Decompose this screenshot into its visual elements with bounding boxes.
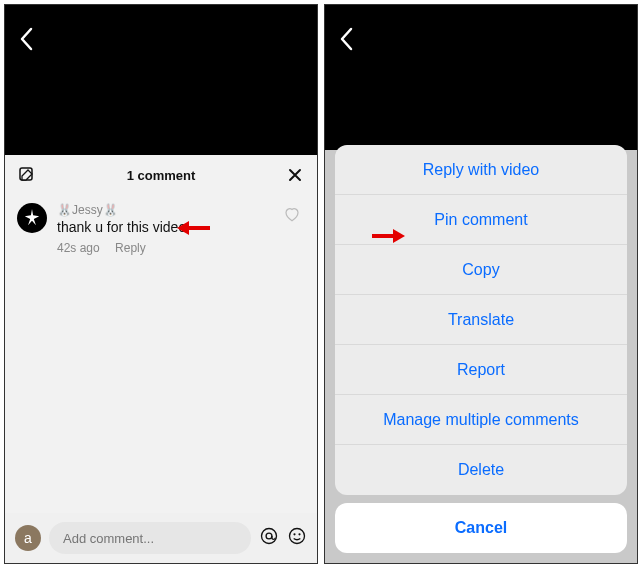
comment-text: thank u for this video.	[57, 219, 305, 235]
back-icon[interactable]	[339, 27, 353, 57]
svg-point-2	[266, 533, 272, 539]
svg-point-3	[290, 528, 305, 543]
back-icon[interactable]	[19, 27, 33, 57]
close-icon[interactable]	[285, 165, 305, 185]
comment-body: 🐰Jessy🐰 thank u for this video. 42s ago …	[57, 203, 305, 255]
emoji-icon[interactable]	[287, 526, 307, 551]
edit-icon[interactable]	[17, 165, 37, 185]
action-delete[interactable]: Delete	[335, 445, 627, 495]
mention-icon[interactable]	[259, 526, 279, 551]
svg-point-1	[262, 528, 277, 543]
reply-link[interactable]: Reply	[115, 241, 146, 255]
compose-icons	[259, 526, 307, 551]
action-translate[interactable]: Translate	[335, 295, 627, 345]
like-icon[interactable]	[283, 205, 301, 228]
comment-header: 1 comment	[5, 155, 317, 195]
action-sheet-group: Reply with video Pin comment Copy Transl…	[335, 145, 627, 495]
comment-time: 42s ago	[57, 241, 100, 255]
comment-row[interactable]: 🐰Jessy🐰 thank u for this video. 42s ago …	[5, 195, 317, 263]
action-manage-multiple[interactable]: Manage multiple comments	[335, 395, 627, 445]
cancel-button[interactable]: Cancel	[335, 503, 627, 553]
action-reply-with-video[interactable]: Reply with video	[335, 145, 627, 195]
comment-meta: 42s ago Reply	[57, 241, 305, 255]
action-report[interactable]: Report	[335, 345, 627, 395]
comment-input[interactable]	[49, 522, 251, 554]
user-avatar[interactable]: a	[15, 525, 41, 551]
commenter-avatar[interactable]	[17, 203, 47, 233]
right-phone: Reply with video Pin comment Copy Transl…	[324, 4, 638, 564]
compose-bar: a	[5, 513, 317, 563]
svg-point-5	[298, 533, 300, 535]
left-phone: 1 comment 🐰Jessy🐰 thank u for this video…	[4, 4, 318, 564]
video-area	[5, 5, 317, 155]
comment-count: 1 comment	[37, 168, 285, 183]
video-area	[325, 5, 637, 150]
action-pin-comment[interactable]: Pin comment	[335, 195, 627, 245]
action-sheet: Reply with video Pin comment Copy Transl…	[335, 145, 627, 553]
svg-point-4	[293, 533, 295, 535]
action-copy[interactable]: Copy	[335, 245, 627, 295]
commenter-username[interactable]: 🐰Jessy🐰	[57, 203, 305, 217]
